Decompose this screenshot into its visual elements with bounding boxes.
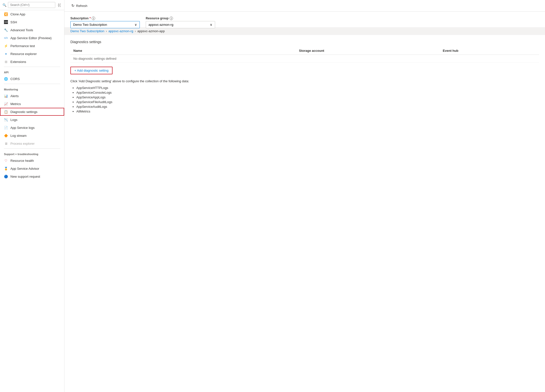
performance-test-icon: ⚡	[4, 44, 8, 48]
app-service-editor-icon: </>	[4, 36, 8, 40]
list-item: AppServiceFileAuditLogs	[76, 100, 539, 104]
sidebar-item-advanced-tools[interactable]: 🔧 Advanced Tools	[0, 26, 64, 34]
resource-explorer-icon: ≡	[4, 52, 8, 56]
resource-group-value: appsvc-azmon-rg	[148, 23, 173, 27]
add-setting-label: + Add diagnostic setting	[74, 69, 109, 72]
sidebar-item-new-support-request[interactable]: 🔵 New support request	[0, 172, 64, 180]
refresh-icon: ↻	[71, 3, 75, 8]
sidebar-divider-support	[4, 148, 60, 149]
breadcrumb-resource-group[interactable]: appsvc-azmon-rg	[108, 29, 133, 33]
diagnostic-items-list: AppServiceHTTPLogs AppServiceConsoleLogs…	[70, 86, 539, 113]
sidebar-item-performance-test[interactable]: ⚡ Performance test	[0, 42, 64, 50]
table-row-empty: No diagnostic settings defined	[70, 55, 539, 63]
form-row: Subscription * i Demo Two Subscription ∨…	[70, 17, 539, 28]
breadcrumb-sep-2: ›	[135, 29, 136, 33]
sidebar-item-label: Alerts	[10, 94, 19, 98]
sidebar-item-label: Diagnostic settings	[10, 110, 37, 114]
main-panel: ↻ Refresh Subscription * i Demo Two Subs…	[64, 0, 545, 392]
description-text: Click 'Add Diagnostic setting' above to …	[70, 79, 539, 83]
subscription-value: Demo Two Subscription	[73, 23, 107, 27]
sidebar: 🔍 ⟨⟨ 🔀 Clone App CMD SSH 🔧 Advanced Tool…	[0, 0, 64, 392]
sidebar-item-resource-health[interactable]: ♡ Resource health	[0, 157, 64, 165]
sidebar-item-logs[interactable]: 📉 Logs	[0, 116, 64, 124]
support-section-label: Support + troubleshooting	[0, 150, 64, 157]
subscription-dropdown-icon: ∨	[135, 23, 137, 27]
list-item: AllMetrics	[76, 110, 539, 113]
diagnostics-section-title: Diagnostics settings	[70, 40, 539, 44]
api-section-label: API	[0, 68, 64, 75]
breadcrumb-subscription[interactable]: Demo Two Subscription	[70, 29, 104, 33]
app-service-advisor-icon: 🏅	[4, 167, 8, 170]
resource-group-dropdown-icon: ∨	[210, 23, 212, 27]
sidebar-item-metrics[interactable]: 📈 Metrics	[0, 100, 64, 108]
ssh-icon: CMD	[4, 20, 8, 24]
new-support-request-icon: 🔵	[4, 174, 8, 178]
sidebar-item-alerts[interactable]: 📊 Alerts	[0, 92, 64, 100]
resource-health-icon: ♡	[4, 159, 8, 163]
refresh-button[interactable]: ↻ Refresh	[69, 2, 89, 9]
advanced-tools-icon: 🔧	[4, 28, 8, 32]
col-eventhub: Event hub	[440, 47, 539, 55]
sidebar-item-label: Logs	[10, 118, 17, 122]
diagnostic-settings-icon: 📋	[4, 110, 8, 114]
clone-app-icon: 🔀	[4, 12, 8, 16]
sidebar-item-extensions[interactable]: ⊞ Extensions	[0, 58, 64, 66]
alerts-icon: 📊	[4, 94, 8, 98]
empty-message: No diagnostic settings defined	[70, 55, 296, 63]
diagnostics-table: Name Storage account Event hub No diagno…	[70, 47, 539, 63]
sidebar-item-label: SSH	[10, 20, 17, 24]
sidebar-item-diagnostic-settings[interactable]: 📋 Diagnostic settings	[0, 108, 64, 116]
sidebar-item-label: Performance test	[10, 44, 35, 48]
sidebar-item-label: App Service Editor (Preview)	[10, 36, 52, 40]
resource-group-select[interactable]: appsvc-azmon-rg ∨	[146, 21, 215, 28]
sidebar-item-app-service-advisor[interactable]: 🏅 App Service Advisor	[0, 165, 64, 172]
breadcrumb: Demo Two Subscription › appsvc-azmon-rg …	[64, 27, 545, 35]
sidebar-item-app-service-logs[interactable]: 📄 App Service logs	[0, 124, 64, 132]
logs-icon: 📉	[4, 118, 8, 122]
col-storage: Storage account	[296, 47, 440, 55]
resource-group-group: Resource group i appsvc-azmon-rg ∨	[146, 17, 215, 28]
sidebar-item-resource-explorer[interactable]: ≡ Resource explorer	[0, 50, 64, 58]
sidebar-item-label: App Service logs	[10, 126, 35, 130]
sidebar-item-clone-app[interactable]: 🔀 Clone App	[0, 10, 64, 18]
sidebar-item-cors[interactable]: 🌐 CORS	[0, 75, 64, 83]
sidebar-item-label: Advanced Tools	[10, 28, 33, 32]
toolbar: ↻ Refresh	[64, 0, 545, 12]
sidebar-item-label: App Service Advisor	[10, 167, 39, 170]
breadcrumb-sep-1: ›	[106, 29, 107, 33]
sidebar-item-label: Resource explorer	[10, 52, 37, 56]
sidebar-search-area: 🔍 ⟨⟨	[0, 0, 64, 10]
subscription-group: Subscription * i Demo Two Subscription ∨	[70, 17, 140, 28]
list-item: AppServiceAppLogs	[76, 95, 539, 99]
col-name: Name	[70, 47, 296, 55]
cors-icon: 🌐	[4, 77, 8, 81]
main-content-area: Subscription * i Demo Two Subscription ∨…	[64, 12, 545, 392]
subscription-label: Subscription * i	[70, 17, 140, 20]
add-diagnostic-setting-button[interactable]: + Add diagnostic setting	[70, 67, 113, 74]
subscription-info-icon[interactable]: i	[92, 17, 95, 20]
sidebar-item-label: New support request	[10, 175, 40, 178]
sidebar-item-label: Process explorer	[10, 142, 35, 145]
collapse-sidebar-button[interactable]: ⟨⟨	[57, 2, 62, 8]
sidebar-item-app-service-editor[interactable]: </> App Service Editor (Preview)	[0, 34, 64, 42]
subscription-select[interactable]: Demo Two Subscription ∨	[70, 21, 140, 28]
breadcrumb-app: appsvc-azmon-app	[137, 29, 165, 33]
sidebar-item-log-stream[interactable]: 🔶 Log stream	[0, 132, 64, 140]
sidebar-item-label: CORS	[10, 77, 20, 81]
sidebar-item-label: Clone App	[10, 12, 25, 16]
sidebar-item-label: Metrics	[10, 102, 21, 106]
sidebar-item-label: Resource health	[10, 159, 34, 163]
subscription-required: *	[89, 17, 91, 20]
resource-group-label: Resource group i	[146, 17, 215, 20]
search-icon: 🔍	[2, 3, 6, 7]
resource-group-info-icon[interactable]: i	[170, 17, 173, 20]
sidebar-divider-api	[4, 67, 60, 67]
extensions-icon: ⊞	[4, 60, 8, 64]
list-item: AppServiceConsoleLogs	[76, 91, 539, 94]
metrics-icon: 📈	[4, 102, 8, 106]
refresh-label: Refresh	[76, 4, 87, 8]
sidebar-item-ssh[interactable]: CMD SSH	[0, 18, 64, 26]
list-item: AppServiceHTTPLogs	[76, 86, 539, 90]
search-input[interactable]	[8, 2, 55, 8]
log-stream-icon: 🔶	[4, 134, 8, 138]
